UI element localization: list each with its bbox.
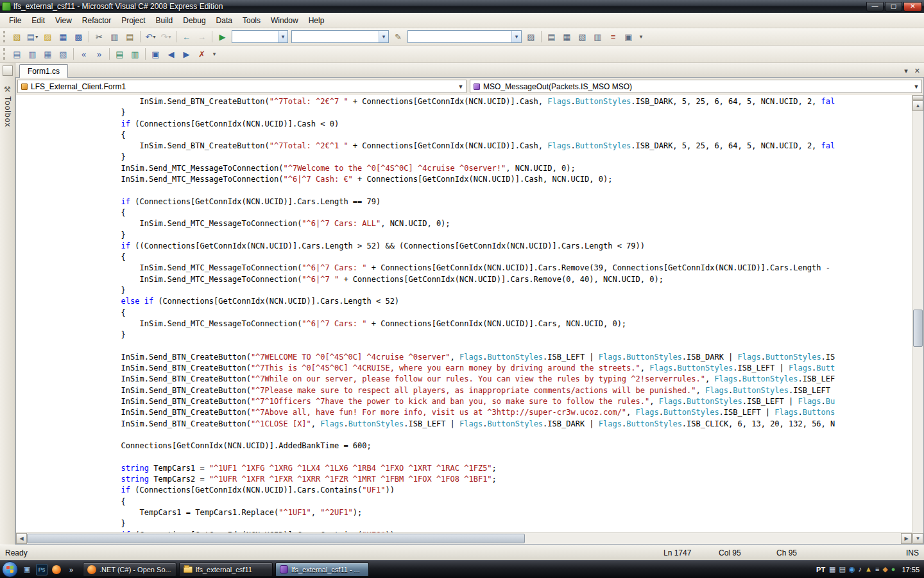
chevron-down-icon[interactable]: ▾ [278,31,287,42]
new-project-button[interactable]: ▧ [10,30,24,44]
tray-network-icon[interactable]: ≡ [875,566,879,573]
menu-item-project[interactable]: Project [116,14,150,27]
complete-word-button[interactable]: ▧ [56,47,71,61]
quick-info-button[interactable]: ▦ [40,47,55,61]
horizontal-scroll-track[interactable] [27,533,901,544]
parameter-info-button[interactable]: ▥ [25,47,40,61]
photoshop-icon[interactable]: Ps [35,563,48,576]
maximize-button[interactable]: ▢ [885,2,902,12]
find-combo[interactable]: ▾ [407,30,522,43]
toolbar-separator [109,48,110,60]
tab-form1cs[interactable]: Form1.cs [19,64,68,78]
chevron-down-icon[interactable]: ▾ [511,31,521,42]
toolbox-tab[interactable]: ⚒ Toolbox [3,81,12,131]
members-dropdown[interactable]: MSO_MessageOut(Packets.IS_MSO MSO) ▼ [470,80,922,93]
toolbar-grip[interactable] [3,31,6,42]
decrease-indent-button[interactable]: « [76,47,91,61]
close-document-icon[interactable]: ✕ [914,67,920,74]
next-bookmark-button[interactable]: ▶ [179,47,194,61]
menu-item-refactor[interactable]: Refactor [77,14,116,27]
menu-item-data[interactable]: Data [211,14,237,27]
uncomment-button[interactable]: ▥ [128,47,142,61]
tray-removable-device-icon[interactable]: ▤ [839,566,846,573]
start-debugging-button[interactable]: ▶ [215,30,230,44]
error-list-button[interactable]: ≡ [606,30,620,44]
tray-display-icon[interactable]: ▦ [829,566,835,573]
menu-item-edit[interactable]: Edit [26,14,50,27]
display-member-list-button[interactable]: ▤ [10,47,24,61]
types-dropdown[interactable]: LFS_External_Client.Form1 ▼ [17,80,466,93]
add-new-item-button[interactable]: ▤▾ [25,30,40,44]
copy-button[interactable]: ▥ [107,30,122,44]
quicklaunch-overflow-chevron[interactable]: » [65,563,78,576]
open-file-button[interactable]: ▨ [40,30,55,44]
solution-configurations-combo[interactable]: ▾ [232,30,288,43]
vertical-scroll-thumb[interactable] [913,310,923,347]
menu-item-view[interactable]: View [50,14,77,27]
undo-button[interactable]: ↶▾ [143,30,158,44]
find-in-files-button[interactable]: ▨ [524,30,538,44]
horizontal-scrollbar[interactable]: ◀ ▶ [16,532,912,544]
clear-bookmarks-button[interactable]: ✗ [194,47,209,61]
tray-security-icon[interactable]: ▲ [865,566,872,573]
firefox-icon[interactable] [50,563,63,576]
code-area[interactable]: InSim.Send_BTN_CreateButton("^7Total: ^2… [16,95,912,532]
taskbar-button[interactable]: .NET (C#) - Open So... [83,563,176,577]
taskbar-button[interactable]: lfs_external_csf11 [179,563,273,577]
taskbar-button[interactable]: lfs_external_csf11 - ... [275,563,369,577]
tray-updates-icon[interactable]: ◆ [882,566,887,573]
menu-item-debug[interactable]: Debug [178,14,210,27]
status-character-number: Ch 95 [776,548,835,557]
tray-media-player-icon[interactable]: ◉ [849,566,855,573]
navigate-backward-button[interactable]: ← [179,30,194,44]
language-indicator[interactable]: PT [816,566,825,574]
chevron-down-icon[interactable]: ▾ [35,34,38,40]
solution-platforms-combo[interactable]: ▾ [291,30,389,43]
paste-button[interactable]: ▤ [123,30,137,44]
show-desktop-icon[interactable]: ▣ [21,563,33,576]
comment-out-button[interactable]: ▤ [112,47,127,61]
menu-item-tools[interactable]: Tools [237,14,266,27]
save-button[interactable]: ▦ [56,30,71,44]
properties-window-button[interactable]: ▦ [560,30,574,44]
menu-item-file[interactable]: File [4,14,26,27]
object-browser-button[interactable]: ▧ [575,30,590,44]
minimize-button[interactable]: — [866,2,884,12]
horizontal-scroll-thumb[interactable] [27,534,525,543]
immediate-window-button[interactable]: ▣ [621,30,636,44]
splitter-handle[interactable] [912,95,923,100]
redo-button[interactable]: ↷▾ [158,30,173,44]
start-button[interactable] [2,561,18,577]
chevron-down-icon[interactable]: ▾ [379,31,388,42]
save-all-button[interactable]: ▩ [71,30,86,44]
toolbox-button[interactable]: ▥ [590,30,605,44]
active-files-chevron-icon[interactable]: ▾ [904,67,908,74]
scroll-down-button[interactable]: ▼ [912,533,923,544]
toolbar-grip[interactable] [3,48,6,60]
navigate-forward-button[interactable]: → [194,30,209,44]
find-button[interactable]: ✎ [391,30,406,44]
toolbar-options-button[interactable]: ▾ [210,47,219,61]
close-button[interactable]: ✕ [903,2,922,12]
previous-bookmark-button[interactable]: ◀ [164,47,178,61]
vertical-scrollbar[interactable]: ▲ ▼ [912,95,923,544]
toggle-bookmark-button[interactable]: ▣ [148,47,163,61]
menu-item-build[interactable]: Build [151,14,178,27]
solution-explorer-button[interactable]: ▤ [544,30,559,44]
increase-indent-button[interactable]: » [92,47,107,61]
vertical-scroll-track[interactable] [912,111,923,533]
menu-item-window[interactable]: Window [266,14,304,27]
chevron-down-icon[interactable]: ▾ [153,34,155,40]
taskbar-clock[interactable]: 17:55 [902,566,920,574]
tray-volume-icon[interactable]: ♪ [859,566,862,573]
toolbar-options-button[interactable]: ▾ [637,30,646,44]
toolbox-panel-icon[interactable] [3,66,13,76]
chevron-down-icon[interactable]: ▾ [168,34,171,40]
tray-messenger-icon[interactable]: ● [891,566,896,573]
menu-item-help[interactable]: Help [304,14,330,27]
title-bar: lfs_external_csf11 - Microsoft Visual C#… [0,0,924,13]
scroll-left-button[interactable]: ◀ [16,533,27,544]
cut-button[interactable]: ✂ [92,30,107,44]
scroll-right-button[interactable]: ▶ [901,533,912,544]
scroll-up-button[interactable]: ▲ [912,100,923,111]
